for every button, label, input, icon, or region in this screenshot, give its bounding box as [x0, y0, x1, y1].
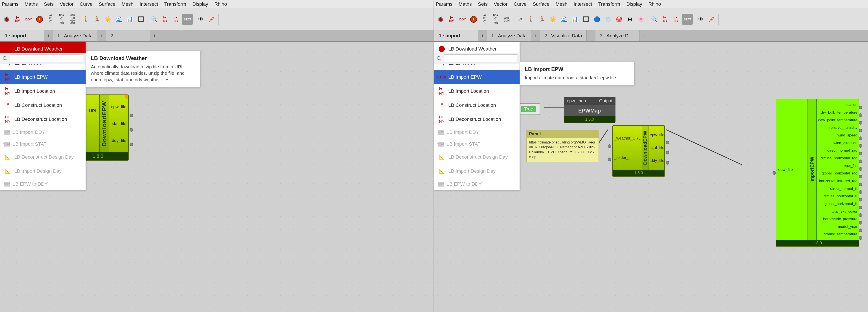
ie-rport-12[interactable]: [859, 190, 862, 194]
ie-rport-8[interactable]: [859, 160, 862, 163]
right-tab-0-plus[interactable]: +: [478, 30, 487, 41]
r-lb-icon-4[interactable]: ?: [468, 14, 479, 25]
left-tab-1-plus[interactable]: +: [97, 30, 106, 41]
ie-rport-17[interactable]: [859, 229, 862, 232]
r-menu-params[interactable]: Params: [436, 1, 453, 7]
r-tb-sun[interactable]: ☀️: [548, 14, 558, 25]
r-menu-surface[interactable]: Surface: [533, 1, 550, 7]
left-dropdown-item-deconstruct-dd[interactable]: 📐 LB Deconstruct Design Day: [0, 150, 86, 164]
right-port-ddy[interactable]: [130, 143, 133, 146]
r-lb-row2-1[interactable]: 🔍: [649, 14, 660, 25]
left-dropdown-item-import-epw[interactable]: I♥NY LB Import EPW: [0, 70, 86, 84]
menu-sets[interactable]: Sets: [44, 1, 54, 7]
left-dropdown-item-construct[interactable]: 📍 LB Construct Location: [0, 98, 86, 112]
r-lb-row2-stat[interactable]: STAT: [682, 14, 693, 25]
left-dropdown-item-import-ddy[interactable]: DDY LB Import DDY: [0, 126, 86, 138]
menu-transform[interactable]: Transform: [164, 1, 186, 7]
r-tb-target[interactable]: 🎯: [614, 14, 624, 25]
r-tb-brush[interactable]: 🖊: [707, 14, 717, 25]
r-menu-rhino[interactable]: Rhino: [648, 1, 661, 7]
r-tb-grid[interactable]: 🔲: [581, 14, 591, 25]
r-dropdown-import-location[interactable]: I♥NY LB Import Location: [434, 84, 520, 98]
r-menu-curve[interactable]: Curve: [514, 1, 527, 7]
ie-rport-16[interactable]: [859, 221, 862, 224]
r-tb-wave[interactable]: 🌊: [559, 14, 569, 25]
lb-row2-1[interactable]: 🔍: [149, 14, 160, 25]
r-menu-maths[interactable]: Maths: [459, 1, 472, 7]
left-dropdown-item-import-dd[interactable]: 📐 LB Import Design Day: [0, 164, 86, 178]
right-tab-2-plus[interactable]: +: [587, 30, 595, 41]
r-lb-icon-2[interactable]: I♥NY: [446, 14, 457, 25]
ie-rport-9[interactable]: [859, 167, 862, 171]
r-dlw-out-port-3[interactable]: [666, 161, 670, 165]
ie-rport-11[interactable]: [859, 182, 862, 186]
menu-intersect[interactable]: Intersect: [140, 1, 158, 7]
r-tb-flower[interactable]: 🌸: [636, 14, 646, 25]
right-port-stat[interactable]: [130, 128, 133, 132]
menu-rhino[interactable]: Rhino: [214, 1, 227, 7]
lb-icon-7[interactable]: 010100010010: [67, 14, 78, 25]
menu-maths[interactable]: Maths: [25, 1, 38, 7]
tb-person-1[interactable]: 🚶: [81, 14, 91, 25]
r-tb-pattern[interactable]: ⊞: [625, 14, 635, 25]
r-lb-row2-2[interactable]: I♥NY: [660, 14, 671, 25]
menu-mesh[interactable]: Mesh: [122, 1, 133, 7]
r-menu-sets[interactable]: Sets: [478, 1, 488, 7]
tb-sun[interactable]: ☀️: [103, 14, 113, 25]
r-dlw-out-port-2[interactable]: [666, 151, 670, 154]
r-dropdown-import-stat[interactable]: STAT LB Import STAT: [434, 138, 520, 150]
r-lb-icon-1[interactable]: 🐞: [435, 14, 446, 25]
right-tab-1-plus[interactable]: +: [531, 30, 540, 41]
r-dropdown-epw-ddy[interactable]: DDY LB EPW to DDY: [434, 178, 520, 190]
menu-vector[interactable]: Vector: [60, 1, 73, 7]
r-lb-row2-3[interactable]: I✕NY: [671, 14, 682, 25]
tb-eye[interactable]: 👁: [195, 14, 206, 25]
tb-grid[interactable]: 🔲: [136, 14, 146, 25]
ie-rport-5[interactable]: [859, 136, 862, 140]
left-tab-0[interactable]: 0 : Import: [0, 30, 44, 41]
r-menu-mesh[interactable]: Mesh: [556, 1, 567, 7]
lb-row2-stat[interactable]: STAT: [182, 14, 193, 25]
left-tab-plus[interactable]: +: [44, 30, 53, 41]
r-tb-person-2[interactable]: 🏃: [537, 14, 547, 25]
left-dropdown-item-import-location[interactable]: I♥NY LB Import Location: [0, 84, 86, 98]
r-menu-transform[interactable]: Transform: [598, 1, 620, 7]
left-dropdown-item-deconstruct[interactable]: I✕NY LB Deconstruct Location: [0, 112, 86, 126]
r-dlw-out-port-1[interactable]: [666, 141, 670, 144]
r-port-folder[interactable]: [608, 158, 611, 161]
r-dropdown-construct[interactable]: 📍 LB Construct Location: [434, 98, 520, 112]
ie-rport-15[interactable]: [859, 213, 862, 217]
right-tab-3-plus[interactable]: +: [640, 30, 648, 41]
ie-rport-2[interactable]: [859, 113, 862, 117]
lb-icon-4[interactable]: ?: [34, 14, 45, 25]
right-tab-0[interactable]: 0 : Import: [434, 30, 478, 41]
panel-node[interactable]: Panel https://climate.onebuilding.org/WM…: [526, 130, 599, 162]
left-tab-2[interactable]: 2 :: [106, 30, 150, 41]
r-tb-person-1[interactable]: 🚶: [526, 14, 536, 25]
r-tb-snowflake[interactable]: ❄️: [603, 14, 613, 25]
right-tab-2[interactable]: 2 : Visualize Data: [540, 30, 587, 41]
r-tb-eye[interactable]: 👁: [695, 14, 706, 25]
right-tab-1[interactable]: 1 : Analyze Data: [487, 30, 531, 41]
right-search-input[interactable]: [444, 55, 517, 62]
ie-rport-13[interactable]: [859, 198, 862, 202]
r-menu-display[interactable]: Display: [626, 1, 642, 7]
ie-rport-4[interactable]: [859, 129, 862, 132]
left-dropdown-item-import-stat[interactable]: STAT LB Import STAT: [0, 138, 86, 150]
r-dropdown-deconstruct-dd[interactable]: 📐 LB Deconstruct Design Day: [434, 150, 520, 164]
r-dropdown-import-dd[interactable]: 📐 LB Import Design Day: [434, 164, 520, 178]
tb-person-2[interactable]: 🏃: [92, 14, 102, 25]
ie-rport-6[interactable]: [859, 144, 862, 148]
lb-row2-3[interactable]: I✕NY: [171, 14, 182, 25]
r-lb-icon-6[interactable]: B8AA²AB²B: [490, 14, 501, 25]
menu-params[interactable]: Params: [2, 1, 19, 7]
ie-rport-3[interactable]: [859, 121, 862, 125]
r-menu-intersect[interactable]: Intersect: [574, 1, 592, 7]
r-port-weather-url[interactable]: [608, 144, 611, 148]
ie-rport-14[interactable]: [859, 206, 862, 209]
left-dropdown-item-epw-ddy[interactable]: DDY LB EPW to DDY: [0, 178, 86, 190]
menu-display[interactable]: Display: [192, 1, 208, 7]
lb-row2-2[interactable]: I♥NY: [160, 14, 171, 25]
tb-brush[interactable]: 🖊: [207, 14, 217, 25]
r-tb-circle[interactable]: 🔵: [592, 14, 602, 25]
